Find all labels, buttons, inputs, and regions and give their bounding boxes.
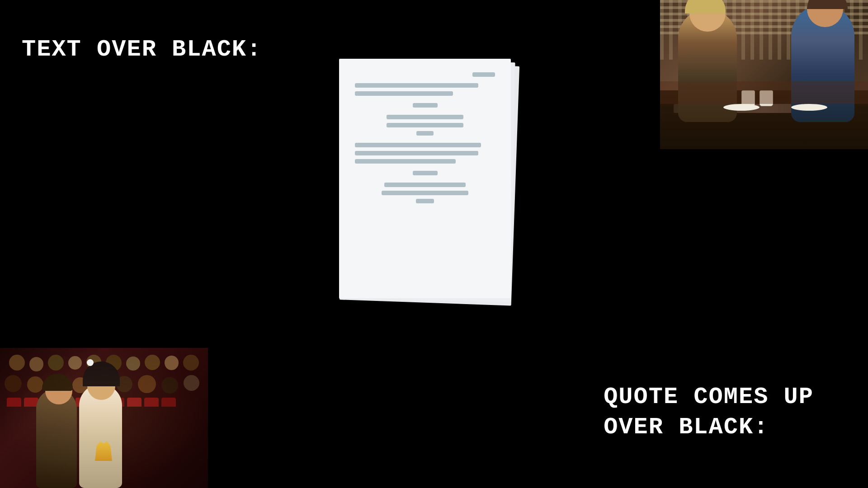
header-title: TEXT OVER BLACK: xyxy=(22,36,262,63)
script-group-char1 xyxy=(355,103,495,108)
cinema-scene-image xyxy=(0,348,208,488)
script-group-action1 xyxy=(355,143,495,164)
diner-scene-image xyxy=(660,0,868,149)
script-group-dialogue2 xyxy=(355,183,495,203)
footer-line1: QUOTE COMES UP xyxy=(604,382,814,413)
script-group-scene xyxy=(355,83,495,96)
script-line-page-num xyxy=(472,72,495,77)
screenplay-document xyxy=(339,59,529,312)
script-group-dialogue1 xyxy=(355,115,495,136)
footer-line2: OVER BLACK: xyxy=(604,412,814,443)
footer-text: QUOTE COMES UP OVER BLACK: xyxy=(604,382,814,443)
document-main-page xyxy=(339,59,511,298)
script-group-char2 xyxy=(355,171,495,175)
